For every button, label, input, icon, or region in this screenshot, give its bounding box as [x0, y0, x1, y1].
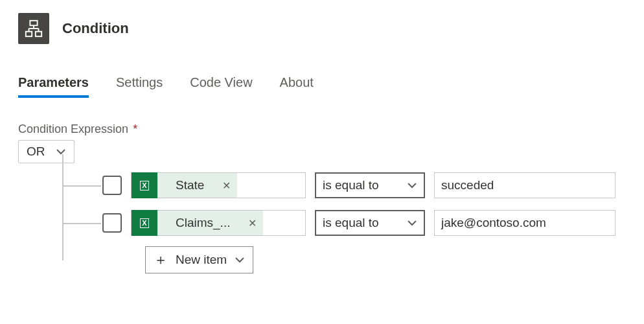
token-label: State: [157, 178, 216, 192]
operand-field[interactable]: X State ✕: [131, 172, 306, 198]
svg-rect-5: [26, 32, 32, 37]
condition-expression: OR X State ✕ is equal to: [18, 140, 626, 273]
svg-rect-6: [36, 32, 41, 37]
group-operator-select[interactable]: OR: [18, 140, 75, 163]
tab-settings[interactable]: Settings: [116, 75, 163, 98]
tab-about[interactable]: About: [280, 75, 314, 98]
action-header: Condition: [18, 13, 626, 44]
chevron-down-icon: [56, 145, 66, 159]
operand-field[interactable]: X Claims_... ✕: [131, 210, 306, 236]
value-text: jake@contoso.com: [441, 216, 546, 230]
condition-icon: [18, 13, 49, 44]
condition-row: X Claims_... ✕ is equal to jake@contoso.…: [62, 207, 626, 238]
chevron-down-icon: [407, 216, 417, 230]
tree-line-horizontal: [62, 185, 101, 187]
operator-select[interactable]: is equal to: [315, 172, 425, 198]
row-checkbox[interactable]: [102, 213, 122, 233]
row-checkbox[interactable]: [102, 176, 122, 195]
value-input[interactable]: jake@contoso.com: [434, 210, 615, 236]
field-label-text: Condition Expression: [18, 122, 128, 135]
tab-code-view[interactable]: Code View: [190, 75, 252, 98]
plus-icon: ＋: [154, 253, 168, 267]
chevron-down-icon: [407, 178, 417, 192]
dynamic-token: X State ✕: [132, 173, 237, 198]
new-item-button[interactable]: ＋ New item: [145, 246, 253, 273]
group-operator-value: OR: [27, 145, 45, 159]
tree-line-horizontal: [62, 223, 101, 224]
dynamic-token: X Claims_... ✕: [132, 211, 263, 235]
new-item-label: New item: [176, 253, 227, 267]
tab-strip: Parameters Settings Code View About: [18, 75, 626, 98]
value-text: succeded: [441, 178, 494, 192]
condition-rows: X State ✕ is equal to succeded: [62, 170, 626, 273]
condition-expression-label: Condition Expression *: [18, 122, 626, 136]
svg-rect-0: [30, 21, 37, 26]
operator-value: is equal to: [323, 178, 379, 192]
operator-select[interactable]: is equal to: [315, 210, 425, 236]
excel-icon: X: [132, 210, 157, 236]
tab-parameters[interactable]: Parameters: [18, 75, 89, 98]
action-title: Condition: [62, 20, 129, 37]
remove-token-icon[interactable]: ✕: [216, 179, 237, 192]
excel-icon: X: [132, 172, 157, 198]
token-label: Claims_...: [157, 216, 242, 230]
remove-token-icon[interactable]: ✕: [242, 217, 263, 229]
value-input[interactable]: succeded: [434, 172, 615, 198]
chevron-down-icon: [235, 253, 245, 267]
required-asterisk: *: [133, 122, 137, 135]
operator-value: is equal to: [323, 216, 379, 230]
condition-row: X State ✕ is equal to succeded: [62, 170, 626, 201]
